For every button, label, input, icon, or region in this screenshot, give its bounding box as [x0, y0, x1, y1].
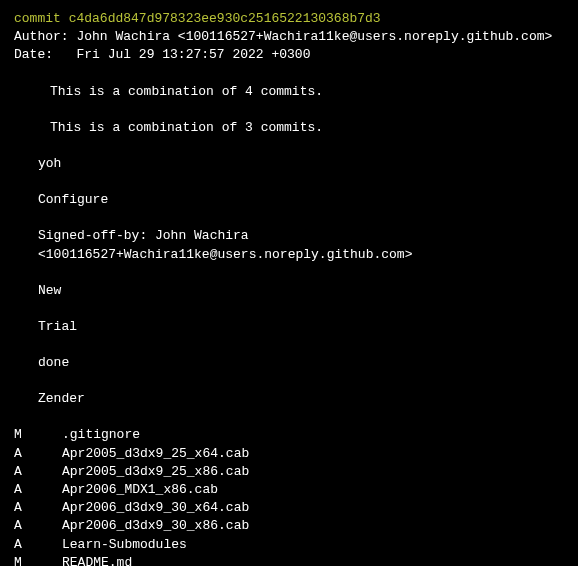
commit-message: This is a combination of 4 commits. This… — [14, 83, 564, 409]
msg-line: Zender — [14, 390, 564, 408]
file-name: Apr2005_d3dx9_25_x86.cab — [62, 463, 564, 481]
file-name: README.md — [62, 554, 564, 566]
file-name: .gitignore — [62, 426, 564, 444]
msg-line: yoh — [14, 155, 564, 173]
file-row: A Apr2006_MDX1_x86.cab — [14, 481, 564, 499]
file-status: A — [14, 445, 62, 463]
date-value: Fri Jul 29 13:27:57 2022 +0300 — [76, 47, 310, 62]
file-row: A Apr2006_d3dx9_30_x64.cab — [14, 499, 564, 517]
file-status: A — [14, 536, 62, 554]
file-row: M README.md — [14, 554, 564, 566]
file-name: Apr2005_d3dx9_25_x64.cab — [62, 445, 564, 463]
file-name: Apr2006_MDX1_x86.cab — [62, 481, 564, 499]
author-line: Author: John Wachira <100116527+Wachira1… — [14, 28, 564, 46]
msg-line: Signed-off-by: John Wachira <100116527+W… — [14, 227, 564, 263]
date-line: Date: Fri Jul 29 13:27:57 2022 +0300 — [14, 46, 564, 64]
file-row: A Apr2006_d3dx9_30_x86.cab — [14, 517, 564, 535]
file-status: A — [14, 517, 62, 535]
msg-line: This is a combination of 4 commits. — [14, 83, 564, 101]
date-label: Date: — [14, 47, 53, 62]
file-status: A — [14, 463, 62, 481]
msg-line: Trial — [14, 318, 564, 336]
author-value: John Wachira <100116527+Wachira11ke@user… — [76, 29, 552, 44]
file-row: M .gitignore — [14, 426, 564, 444]
msg-line: Configure — [14, 191, 564, 209]
file-row: A Apr2005_d3dx9_25_x86.cab — [14, 463, 564, 481]
file-name: Apr2006_d3dx9_30_x86.cab — [62, 517, 564, 535]
file-status: M — [14, 554, 62, 566]
file-name: Learn-Submodules — [62, 536, 564, 554]
file-name: Apr2006_d3dx9_30_x64.cab — [62, 499, 564, 517]
file-status: A — [14, 481, 62, 499]
msg-line: done — [14, 354, 564, 372]
commit-label: commit — [14, 11, 61, 26]
file-row: A Apr2005_d3dx9_25_x64.cab — [14, 445, 564, 463]
file-list: M .gitignore A Apr2005_d3dx9_25_x64.cab … — [14, 426, 564, 566]
commit-header: commit c4da6dd847d978323ee930c2516522130… — [14, 10, 564, 28]
file-row: A Learn-Submodules — [14, 536, 564, 554]
msg-line: This is a combination of 3 commits. — [14, 119, 564, 137]
msg-line: New — [14, 282, 564, 300]
commit-hash: c4da6dd847d978323ee930c2516522130368b7d3 — [69, 11, 381, 26]
file-status: A — [14, 499, 62, 517]
author-label: Author: — [14, 29, 69, 44]
file-status: M — [14, 426, 62, 444]
